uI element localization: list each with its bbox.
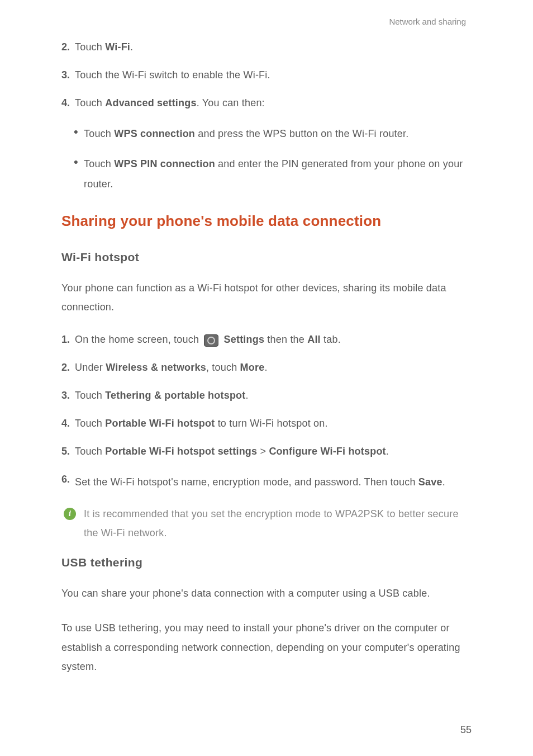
step-content: Under Wireless & networks, touch More. xyxy=(75,360,472,376)
text: Touch xyxy=(84,158,114,169)
text: . xyxy=(130,41,133,53)
step-3: 3. Touch Tethering & portable hotspot. xyxy=(61,388,472,404)
text: Touch xyxy=(75,41,105,53)
step-content: Touch Portable Wi-Fi hotspot to turn Wi-… xyxy=(75,416,472,432)
heading-usb-tethering: USB tethering xyxy=(61,556,472,569)
step-2-top: 2. Touch Wi-Fi. xyxy=(61,40,472,55)
bold-text: Wi-Fi xyxy=(105,41,130,53)
text: . You can then: xyxy=(197,97,265,108)
step-marker: 2. xyxy=(61,360,75,376)
step-6: 6. Set the Wi-Fi hotspot's name, encrypt… xyxy=(61,472,472,492)
text: Set the Wi-Fi hotspot's name, encryption… xyxy=(75,476,418,488)
step-content: Touch Wi-Fi. xyxy=(75,40,472,55)
text: . xyxy=(442,476,445,488)
text: tab. xyxy=(321,334,341,345)
bullet-marker: • xyxy=(74,124,84,144)
bold-text: Portable Wi-Fi hotspot xyxy=(105,418,215,429)
info-text: It is recommended that you set the encry… xyxy=(84,504,472,542)
step-content: Touch the Wi-Fi switch to enable the Wi-… xyxy=(75,68,472,83)
text: Touch xyxy=(75,446,105,457)
text: . xyxy=(264,362,267,373)
text: , touch xyxy=(206,362,240,373)
text: . xyxy=(386,446,389,457)
step-marker: 1. xyxy=(61,332,75,348)
text: Touch xyxy=(84,128,114,139)
text: Touch xyxy=(75,97,105,108)
step-2: 2. Under Wireless & networks, touch More… xyxy=(61,360,472,376)
bold-text: All xyxy=(307,334,321,345)
text: Touch xyxy=(75,390,105,401)
bold-text: Settings xyxy=(224,334,265,345)
settings-icon xyxy=(204,334,218,347)
step-marker: 3. xyxy=(61,388,75,404)
text: . xyxy=(246,390,249,401)
info-icon: i xyxy=(64,508,76,520)
bullet-content: Touch WPS connection and press the WPS b… xyxy=(84,124,472,144)
page-number: 55 xyxy=(460,724,472,736)
step-marker: 6. xyxy=(61,472,75,492)
bold-text: WPS connection xyxy=(114,128,195,139)
bullet-content: Touch WPS PIN connection and enter the P… xyxy=(84,154,472,194)
step-content: Touch Advanced settings. You can then: xyxy=(75,96,472,111)
step-4-top: 4. Touch Advanced settings. You can then… xyxy=(61,96,472,111)
step-3-top: 3. Touch the Wi-Fi switch to enable the … xyxy=(61,68,472,83)
step-marker: 5. xyxy=(61,444,75,460)
paragraph: To use USB tethering, you may need to in… xyxy=(61,618,472,676)
step-1: 1. On the home screen, touch Settings th… xyxy=(61,332,472,348)
heading-sharing-mobile-data: Sharing your phone's mobile data connect… xyxy=(61,207,472,235)
bold-text: Configure Wi-Fi hotspot xyxy=(269,446,386,457)
step-marker: 2. xyxy=(61,40,75,55)
bold-text: WPS PIN connection xyxy=(114,158,215,169)
step-marker: 3. xyxy=(61,68,75,83)
bold-text: Tethering & portable hotspot xyxy=(105,390,245,401)
bullet-wps-pin: • Touch WPS PIN connection and enter the… xyxy=(74,154,472,194)
step-content: Touch Portable Wi-Fi hotspot settings > … xyxy=(75,444,472,460)
text: Touch xyxy=(75,418,105,429)
bold-text: Save xyxy=(418,476,442,488)
text: Under xyxy=(75,362,106,373)
bold-text: Portable Wi-Fi hotspot settings xyxy=(105,446,257,457)
text: to turn Wi-Fi hotspot on. xyxy=(215,418,327,429)
step-content: On the home screen, touch Settings then … xyxy=(75,332,472,348)
bullet-wps-connection: • Touch WPS connection and press the WPS… xyxy=(74,124,472,144)
text: Touch the Wi-Fi switch to enable the Wi-… xyxy=(75,69,270,81)
paragraph: Your phone can function as a Wi-Fi hotsp… xyxy=(61,278,472,316)
text: and press the WPS button on the Wi-Fi ro… xyxy=(195,128,408,139)
text: > xyxy=(257,446,269,457)
text: then the xyxy=(264,334,307,345)
bullet-marker: • xyxy=(74,154,84,194)
info-note: i It is recommended that you set the enc… xyxy=(64,504,472,542)
paragraph: You can share your phone's data connecti… xyxy=(61,584,472,603)
section-header: Network and sharing xyxy=(61,17,472,26)
bold-text: Advanced settings xyxy=(105,97,196,108)
step-marker: 4. xyxy=(61,416,75,432)
step-4: 4. Touch Portable Wi-Fi hotspot to turn … xyxy=(61,416,472,432)
step-content: Set the Wi-Fi hotspot's name, encryption… xyxy=(75,472,472,492)
bold-text: Wireless & networks xyxy=(106,362,206,373)
step-marker: 4. xyxy=(61,96,75,111)
text: On the home screen, touch xyxy=(75,334,202,345)
step-5: 5. Touch Portable Wi-Fi hotspot settings… xyxy=(61,444,472,460)
heading-wifi-hotspot: Wi-Fi hotspot xyxy=(61,251,472,264)
step-content: Touch Tethering & portable hotspot. xyxy=(75,388,472,404)
bold-text: More xyxy=(240,362,265,373)
